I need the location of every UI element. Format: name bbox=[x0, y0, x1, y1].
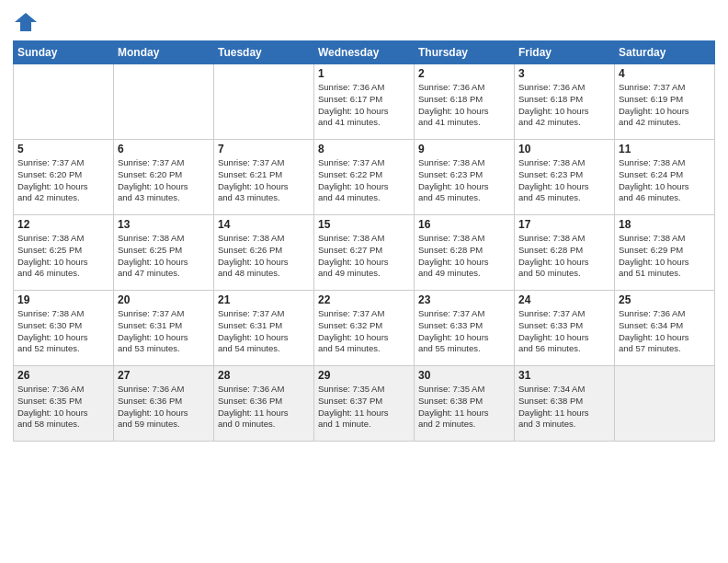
calendar-cell: 9Sunrise: 7:38 AM Sunset: 6:23 PM Daylig… bbox=[415, 140, 515, 215]
day-number: 17 bbox=[518, 218, 610, 231]
weekday-header: Wednesday bbox=[314, 41, 415, 64]
calendar-week-row: 5Sunrise: 7:37 AM Sunset: 6:20 PM Daylig… bbox=[14, 140, 715, 215]
calendar-cell: 25Sunrise: 7:36 AM Sunset: 6:34 PM Dayli… bbox=[615, 291, 715, 366]
calendar-week-row: 26Sunrise: 7:36 AM Sunset: 6:35 PM Dayli… bbox=[14, 366, 715, 442]
day-number: 11 bbox=[619, 143, 711, 155]
calendar-cell bbox=[615, 366, 715, 442]
day-number: 4 bbox=[619, 67, 711, 80]
weekday-header: Saturday bbox=[615, 41, 715, 64]
calendar-cell: 11Sunrise: 7:38 AM Sunset: 6:24 PM Dayli… bbox=[615, 140, 715, 215]
day-number: 25 bbox=[619, 293, 711, 306]
day-number: 10 bbox=[518, 143, 610, 155]
day-number: 23 bbox=[418, 293, 510, 306]
day-info: Sunrise: 7:38 AM Sunset: 6:23 PM Dayligh… bbox=[518, 157, 610, 204]
calendar-cell: 23Sunrise: 7:37 AM Sunset: 6:33 PM Dayli… bbox=[415, 291, 515, 366]
day-number: 24 bbox=[518, 293, 610, 306]
day-info: Sunrise: 7:38 AM Sunset: 6:25 PM Dayligh… bbox=[17, 233, 109, 280]
calendar-cell: 20Sunrise: 7:37 AM Sunset: 6:31 PM Dayli… bbox=[114, 291, 214, 366]
calendar-cell: 24Sunrise: 7:37 AM Sunset: 6:33 PM Dayli… bbox=[515, 291, 615, 366]
day-info: Sunrise: 7:37 AM Sunset: 6:33 PM Dayligh… bbox=[518, 308, 610, 355]
day-number: 18 bbox=[619, 218, 711, 231]
calendar-header-row: SundayMondayTuesdayWednesdayThursdayFrid… bbox=[14, 41, 715, 64]
calendar-week-row: 12Sunrise: 7:38 AM Sunset: 6:25 PM Dayli… bbox=[14, 215, 715, 291]
calendar-week-row: 19Sunrise: 7:38 AM Sunset: 6:30 PM Dayli… bbox=[14, 291, 715, 366]
calendar-cell: 1Sunrise: 7:36 AM Sunset: 6:17 PM Daylig… bbox=[314, 64, 415, 140]
calendar-cell: 7Sunrise: 7:37 AM Sunset: 6:21 PM Daylig… bbox=[214, 140, 314, 215]
calendar-table: SundayMondayTuesdayWednesdayThursdayFrid… bbox=[13, 40, 715, 442]
day-number: 31 bbox=[518, 369, 610, 382]
day-number: 6 bbox=[118, 143, 210, 155]
day-info: Sunrise: 7:36 AM Sunset: 6:36 PM Dayligh… bbox=[118, 384, 210, 431]
day-info: Sunrise: 7:37 AM Sunset: 6:20 PM Dayligh… bbox=[17, 157, 109, 204]
day-number: 13 bbox=[118, 218, 210, 231]
calendar-cell: 30Sunrise: 7:35 AM Sunset: 6:38 PM Dayli… bbox=[415, 366, 515, 442]
calendar-cell: 26Sunrise: 7:36 AM Sunset: 6:35 PM Dayli… bbox=[14, 366, 114, 442]
calendar-cell: 19Sunrise: 7:38 AM Sunset: 6:30 PM Dayli… bbox=[14, 291, 114, 366]
calendar-cell: 29Sunrise: 7:35 AM Sunset: 6:37 PM Dayli… bbox=[314, 366, 415, 442]
calendar-cell: 31Sunrise: 7:34 AM Sunset: 6:38 PM Dayli… bbox=[515, 366, 615, 442]
weekday-header: Thursday bbox=[415, 41, 515, 64]
day-info: Sunrise: 7:36 AM Sunset: 6:17 PM Dayligh… bbox=[318, 82, 410, 129]
day-info: Sunrise: 7:36 AM Sunset: 6:34 PM Dayligh… bbox=[619, 308, 711, 355]
day-info: Sunrise: 7:38 AM Sunset: 6:28 PM Dayligh… bbox=[518, 233, 610, 280]
day-info: Sunrise: 7:37 AM Sunset: 6:31 PM Dayligh… bbox=[218, 308, 310, 355]
day-info: Sunrise: 7:36 AM Sunset: 6:36 PM Dayligh… bbox=[218, 384, 310, 431]
day-number: 26 bbox=[17, 369, 109, 382]
day-info: Sunrise: 7:37 AM Sunset: 6:19 PM Dayligh… bbox=[619, 82, 711, 129]
logo-icon bbox=[13, 9, 39, 35]
day-number: 15 bbox=[318, 218, 410, 231]
day-number: 9 bbox=[418, 143, 510, 155]
day-info: Sunrise: 7:34 AM Sunset: 6:38 PM Dayligh… bbox=[518, 384, 610, 431]
day-number: 7 bbox=[218, 143, 310, 155]
day-number: 12 bbox=[17, 218, 109, 231]
calendar-cell bbox=[114, 64, 214, 140]
header bbox=[13, 9, 715, 35]
day-number: 28 bbox=[218, 369, 310, 382]
day-info: Sunrise: 7:36 AM Sunset: 6:18 PM Dayligh… bbox=[518, 82, 610, 129]
page: SundayMondayTuesdayWednesdayThursdayFrid… bbox=[0, 0, 728, 563]
day-number: 8 bbox=[318, 143, 410, 155]
day-info: Sunrise: 7:38 AM Sunset: 6:25 PM Dayligh… bbox=[118, 233, 210, 280]
calendar-cell: 22Sunrise: 7:37 AM Sunset: 6:32 PM Dayli… bbox=[314, 291, 415, 366]
calendar-cell: 14Sunrise: 7:38 AM Sunset: 6:26 PM Dayli… bbox=[214, 215, 314, 291]
day-info: Sunrise: 7:36 AM Sunset: 6:35 PM Dayligh… bbox=[17, 384, 109, 431]
svg-marker-0 bbox=[15, 13, 37, 31]
calendar-cell: 16Sunrise: 7:38 AM Sunset: 6:28 PM Dayli… bbox=[415, 215, 515, 291]
day-number: 16 bbox=[418, 218, 510, 231]
day-number: 14 bbox=[218, 218, 310, 231]
day-number: 20 bbox=[118, 293, 210, 306]
calendar-cell bbox=[214, 64, 314, 140]
weekday-header: Monday bbox=[114, 41, 214, 64]
day-info: Sunrise: 7:38 AM Sunset: 6:27 PM Dayligh… bbox=[318, 233, 410, 280]
calendar-cell: 21Sunrise: 7:37 AM Sunset: 6:31 PM Dayli… bbox=[214, 291, 314, 366]
weekday-header: Tuesday bbox=[214, 41, 314, 64]
day-number: 21 bbox=[218, 293, 310, 306]
calendar-cell bbox=[14, 64, 114, 140]
day-info: Sunrise: 7:38 AM Sunset: 6:29 PM Dayligh… bbox=[619, 233, 711, 280]
weekday-header: Sunday bbox=[14, 41, 114, 64]
day-info: Sunrise: 7:38 AM Sunset: 6:28 PM Dayligh… bbox=[418, 233, 510, 280]
day-info: Sunrise: 7:37 AM Sunset: 6:22 PM Dayligh… bbox=[318, 157, 410, 204]
day-number: 2 bbox=[418, 67, 510, 80]
calendar-cell: 3Sunrise: 7:36 AM Sunset: 6:18 PM Daylig… bbox=[515, 64, 615, 140]
day-number: 5 bbox=[17, 143, 109, 155]
weekday-header: Friday bbox=[515, 41, 615, 64]
calendar-cell: 17Sunrise: 7:38 AM Sunset: 6:28 PM Dayli… bbox=[515, 215, 615, 291]
day-number: 3 bbox=[518, 67, 610, 80]
day-info: Sunrise: 7:36 AM Sunset: 6:18 PM Dayligh… bbox=[418, 82, 510, 129]
calendar-week-row: 1Sunrise: 7:36 AM Sunset: 6:17 PM Daylig… bbox=[14, 64, 715, 140]
calendar-cell: 12Sunrise: 7:38 AM Sunset: 6:25 PM Dayli… bbox=[14, 215, 114, 291]
calendar-cell: 8Sunrise: 7:37 AM Sunset: 6:22 PM Daylig… bbox=[314, 140, 415, 215]
day-number: 29 bbox=[318, 369, 410, 382]
calendar-cell: 27Sunrise: 7:36 AM Sunset: 6:36 PM Dayli… bbox=[114, 366, 214, 442]
calendar-cell: 15Sunrise: 7:38 AM Sunset: 6:27 PM Dayli… bbox=[314, 215, 415, 291]
day-number: 30 bbox=[418, 369, 510, 382]
day-info: Sunrise: 7:35 AM Sunset: 6:38 PM Dayligh… bbox=[418, 384, 510, 431]
calendar-cell: 18Sunrise: 7:38 AM Sunset: 6:29 PM Dayli… bbox=[615, 215, 715, 291]
day-number: 1 bbox=[318, 67, 410, 80]
day-info: Sunrise: 7:37 AM Sunset: 6:31 PM Dayligh… bbox=[118, 308, 210, 355]
calendar-cell: 2Sunrise: 7:36 AM Sunset: 6:18 PM Daylig… bbox=[415, 64, 515, 140]
calendar-cell: 6Sunrise: 7:37 AM Sunset: 6:20 PM Daylig… bbox=[114, 140, 214, 215]
calendar-cell: 13Sunrise: 7:38 AM Sunset: 6:25 PM Dayli… bbox=[114, 215, 214, 291]
day-number: 27 bbox=[118, 369, 210, 382]
